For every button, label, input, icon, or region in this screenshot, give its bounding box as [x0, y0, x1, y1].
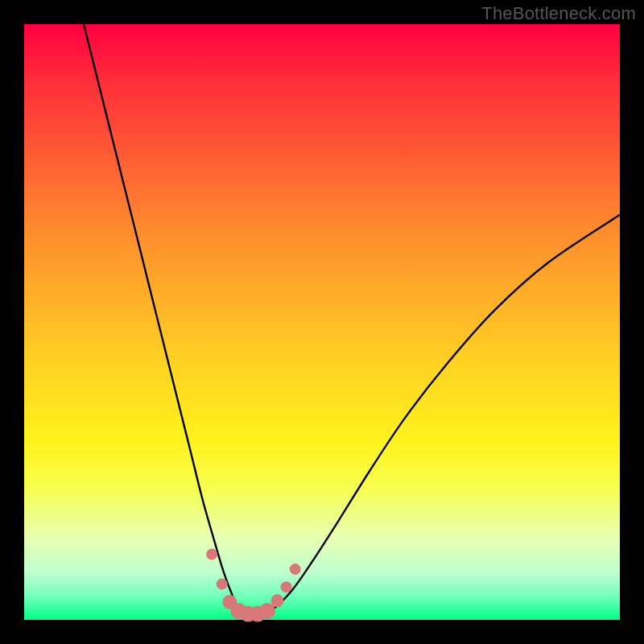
v-curve: [84, 24, 620, 615]
curve-marker: [281, 581, 292, 592]
curve-marker: [271, 594, 284, 607]
curve-marker: [290, 564, 301, 575]
chart-container: TheBottleneck.com: [0, 0, 644, 644]
curve-marker: [206, 549, 217, 560]
curve-layer: [0, 0, 644, 644]
curve-marker: [217, 579, 228, 590]
